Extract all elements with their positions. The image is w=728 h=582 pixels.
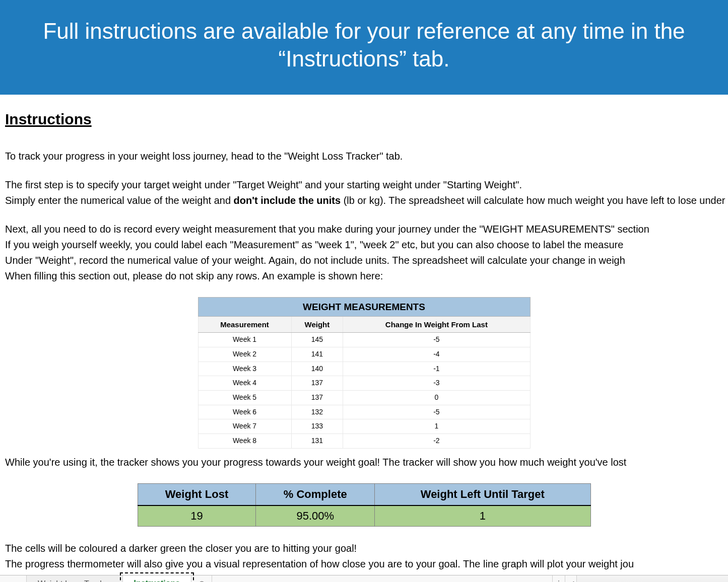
table-row: Week 51370 <box>198 390 530 405</box>
tab-weight-loss-tracker[interactable]: Weight Loss Tracker <box>27 575 123 582</box>
tab-bar-spacer <box>0 575 27 582</box>
document-body: Instructions To track your progress in y… <box>0 95 728 572</box>
table-cell: Week 4 <box>198 376 291 391</box>
table-row: Week 71331 <box>198 419 530 434</box>
scroll-left-icon[interactable]: ◀ <box>565 575 576 582</box>
table-row: Week 2141-4 <box>198 347 530 361</box>
table-cell: Week 2 <box>198 347 291 361</box>
table-cell: 141 <box>291 347 343 361</box>
progress-table: Weight Lost % Complete Weight Left Until… <box>138 483 591 527</box>
column-header: Measurement <box>198 316 291 332</box>
text-line: While you're using it, the tracker shows… <box>5 455 723 470</box>
table-cell: 137 <box>291 376 343 391</box>
paragraph: While you're using it, the tracker shows… <box>5 455 723 470</box>
table-title: WEIGHT MEASUREMENTS <box>198 297 530 316</box>
progress-value: 95.00% <box>256 505 375 527</box>
text-span: Simply enter the numerical value of the … <box>5 195 234 206</box>
table-row: Week 6132-5 <box>198 405 530 419</box>
table-row: Week 4137-3 <box>198 376 530 391</box>
horizontal-scrollbar[interactable] <box>576 575 728 582</box>
table-cell: Week 1 <box>198 333 291 347</box>
text-line: The cells will be coloured a darker gree… <box>5 541 723 556</box>
table-cell: -5 <box>343 405 530 419</box>
tab-instructions[interactable]: Instructions <box>123 575 192 582</box>
text-line: Under "Weight", record the numerical val… <box>5 253 723 268</box>
text-line: The first step is to specify your target… <box>5 177 723 193</box>
table-cell: -1 <box>343 361 530 376</box>
progress-summary: Weight Lost % Complete Weight Left Until… <box>5 483 723 527</box>
table-cell: 132 <box>291 405 343 419</box>
table-cell: Week 3 <box>198 361 291 376</box>
column-header: Weight Lost <box>138 483 256 505</box>
table-cell: Week 5 <box>198 390 291 405</box>
table-cell: 131 <box>291 434 343 449</box>
table-cell: -3 <box>343 376 530 391</box>
add-sheet-button[interactable]: ⊕ <box>191 575 212 582</box>
paragraph: To track your progress in your weight lo… <box>5 149 723 164</box>
text-line: The progress thermometer will also give … <box>5 556 723 572</box>
table-cell: Week 8 <box>198 434 291 449</box>
column-header: % Complete <box>256 483 375 505</box>
paragraph: The first step is to specify your target… <box>5 177 723 208</box>
table-cell: 0 <box>343 390 530 405</box>
table-row: Week 8131-2 <box>198 434 530 449</box>
table-cell: Week 7 <box>198 419 291 434</box>
table-cell: 145 <box>291 333 343 347</box>
text-line: When filling this section out, please do… <box>5 268 723 284</box>
banner: Full instructions are available for your… <box>0 0 728 95</box>
table-cell: 140 <box>291 361 343 376</box>
text-line: Next, all you need to do is record every… <box>5 222 723 237</box>
column-header: Weight <box>291 316 343 332</box>
instructions-heading: Instructions <box>5 108 723 131</box>
table-row: Week 1145-5 <box>198 333 530 347</box>
paragraph: Next, all you need to do is record every… <box>5 222 723 284</box>
column-header: Weight Left Until Target <box>375 483 590 505</box>
sheet-tab-bar: Weight Loss Tracker Instructions ⊕ ⋮ ◀ <box>0 575 728 582</box>
table-cell: 133 <box>291 419 343 434</box>
weight-measurements-example: WEIGHT MEASUREMENTS Measurement Weight C… <box>5 297 723 449</box>
table-cell: -5 <box>343 333 530 347</box>
bold-text: don't include the units <box>234 195 341 206</box>
progress-value: 19 <box>138 505 256 527</box>
text-line: To track your progress in your weight lo… <box>5 149 723 164</box>
text-line: Simply enter the numerical value of the … <box>5 193 723 208</box>
progress-value: 1 <box>375 505 590 527</box>
table-cell: Week 6 <box>198 405 291 419</box>
table-row: Week 3140-1 <box>198 361 530 376</box>
text-span: (lb or kg). The spreadsheet will calcula… <box>341 195 728 206</box>
tab-options-icon[interactable]: ⋮ <box>552 575 565 582</box>
text-line: If you weigh yourself weekly, you could … <box>5 237 723 253</box>
table-cell: -2 <box>343 434 530 449</box>
table-cell: -4 <box>343 347 530 361</box>
weight-measurements-table: WEIGHT MEASUREMENTS Measurement Weight C… <box>198 297 531 449</box>
table-cell: 137 <box>291 390 343 405</box>
table-cell: 1 <box>343 419 530 434</box>
column-header: Change In Weight From Last <box>343 316 530 332</box>
